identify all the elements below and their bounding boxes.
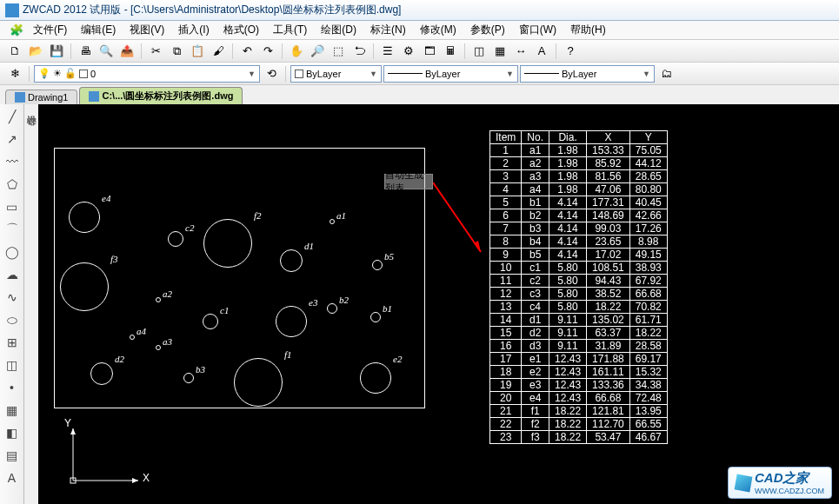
menu-item[interactable]: 修改(M) [413, 21, 463, 39]
circle-entity[interactable] [168, 231, 183, 247]
circle-entity[interactable] [203, 219, 252, 268]
menu-item[interactable]: 工具(T) [266, 21, 314, 39]
document-tab[interactable]: Drawing1 [5, 90, 77, 104]
match-icon[interactable]: 🖌 [209, 42, 228, 61]
menu-item[interactable]: 插入(I) [171, 21, 216, 39]
block-make-icon[interactable]: ◫ [3, 356, 21, 374]
menu-item[interactable]: 参数(P) [463, 21, 512, 39]
help-icon[interactable]: ? [561, 42, 580, 61]
print-icon[interactable]: 🖶 [76, 42, 95, 61]
menu-item[interactable]: 文件(F) [26, 21, 74, 39]
table-row: 21f118.22121.8113.95 [490, 405, 668, 418]
color-swatch-icon [295, 70, 303, 78]
circle-entity[interactable] [372, 260, 383, 270]
revcloud-icon[interactable]: ☁ [3, 266, 21, 283]
circle-entity[interactable] [69, 202, 100, 233]
block-icon[interactable]: ◫ [469, 42, 489, 61]
drawing-canvas[interactable]: e4c2f2a1d1b5f3a2c1e3b2b1a4a3d2b3f1e2 自动生… [38, 104, 839, 504]
app-menu-icon[interactable]: 🧩 [7, 21, 26, 40]
calc-icon[interactable]: 🖩 [441, 42, 460, 61]
linetype-combo[interactable]: ByLayer ▼ [383, 65, 518, 83]
circle-entity[interactable] [327, 303, 337, 314]
line-icon[interactable]: ╱ [3, 108, 21, 125]
paste-icon[interactable]: 📋 [188, 42, 207, 61]
cut-icon[interactable]: ✂ [146, 42, 165, 61]
menu-item[interactable]: 标注(N) [363, 21, 413, 39]
copy-icon[interactable]: ⧉ [167, 42, 186, 61]
side-panel-label: 设计中心 [24, 104, 38, 504]
table-row: 12c35.8038.5266.68 [490, 288, 668, 301]
menu-item[interactable]: 帮助(H) [563, 21, 613, 39]
insert-icon[interactable]: ⊞ [3, 334, 21, 351]
redo-icon[interactable]: ↷ [258, 42, 277, 61]
menu-item[interactable]: 窗口(W) [512, 21, 563, 39]
table-icon[interactable]: ▤ [3, 447, 21, 464]
table-row: 23f318.2253.4746.67 [490, 431, 668, 444]
arc-icon[interactable]: ⌒ [3, 221, 21, 238]
publish-icon[interactable]: 📤 [117, 42, 137, 61]
design-center-icon[interactable]: ⚙ [399, 42, 418, 61]
zoom-rt-icon[interactable]: 🔎 [308, 42, 327, 61]
circle-entity[interactable] [276, 306, 307, 337]
layer-name: 0 [90, 69, 96, 79]
circle-entity[interactable] [183, 373, 194, 383]
document-tab[interactable]: C:\...\圆坐标标注列表例图.dwg [79, 87, 243, 104]
watermark: CAD之家 WWW.CADZJ.COM [728, 467, 832, 499]
ray-icon[interactable]: ↗ [3, 130, 21, 148]
chevron-down-icon: ▼ [506, 70, 514, 78]
region-icon[interactable]: ◧ [3, 424, 21, 441]
polygon-icon[interactable]: ⬠ [3, 176, 21, 193]
circle-entity[interactable] [360, 362, 391, 394]
tool-palette-icon[interactable]: 🗔 [420, 42, 439, 61]
layer-prev-icon[interactable]: ⟲ [262, 64, 281, 83]
circle-entity[interactable] [60, 262, 109, 311]
layer-manager-icon[interactable]: ❄ [5, 64, 24, 83]
mtext-icon[interactable]: A [3, 469, 21, 487]
ellipse-icon[interactable]: ⬭ [3, 311, 21, 328]
new-icon[interactable]: 🗋 [5, 42, 24, 61]
circle-entity[interactable] [156, 297, 161, 302]
table-row: 5b14.14177.3140.45 [490, 196, 668, 209]
circle-entity[interactable] [130, 335, 135, 340]
circle-entity[interactable] [203, 314, 218, 329]
plot-style-icon[interactable]: 🗂 [656, 64, 676, 83]
circle-entity[interactable] [90, 362, 113, 385]
menu-item[interactable]: 绘图(D) [314, 21, 363, 39]
circle-icon[interactable]: ◯ [3, 243, 21, 261]
props-icon[interactable]: ☰ [378, 42, 397, 61]
circle-entity[interactable] [370, 312, 381, 322]
menu-item[interactable]: 编辑(E) [74, 21, 123, 39]
dim-icon[interactable]: ↔ [511, 42, 530, 61]
preview-icon[interactable]: 🔍 [97, 42, 116, 61]
rect-icon[interactable]: ▭ [3, 198, 21, 216]
menu-item[interactable]: 视图(V) [123, 21, 171, 39]
pline-icon[interactable]: 〰 [3, 153, 21, 170]
text-icon[interactable]: A [532, 42, 551, 61]
pan-icon[interactable]: ✋ [287, 42, 306, 61]
circle-entity[interactable] [156, 345, 161, 350]
toolbar-standard: 🗋 📂 💾 🖶 🔍 📤 ✂ ⧉ 📋 🖌 ↶ ↷ ✋ 🔎 ⬚ ⮌ ☰ ⚙ 🗔 🖩 … [0, 40, 839, 63]
undo-icon[interactable]: ↶ [237, 42, 256, 61]
lineweight-combo[interactable]: ByLayer ▼ [520, 65, 655, 83]
open-icon[interactable]: 📂 [26, 42, 45, 61]
draw-toolbar: ╱ ↗ 〰 ⬠ ▭ ⌒ ◯ ☁ ∿ ⬭ ⊞ ◫ • ▦ ◧ ▤ A [0, 104, 24, 504]
point-icon[interactable]: • [3, 379, 21, 396]
circle-label: b5 [384, 251, 394, 262]
toolbar-layers: ❄ 💡 ☀ 🔓 0 ▼ ⟲ ByLayer ▼ ByLayer ▼ ByLaye… [0, 63, 839, 85]
circle-label: c2 [185, 222, 194, 233]
zoom-win-icon[interactable]: ⬚ [329, 42, 348, 61]
circle-entity[interactable] [330, 219, 335, 224]
color-combo[interactable]: ByLayer ▼ [290, 65, 382, 83]
circle-entity[interactable] [280, 249, 303, 272]
zoom-prev-icon[interactable]: ⮌ [350, 42, 369, 61]
table-row: 1a11.98153.3375.05 [490, 144, 668, 157]
layer-combo[interactable]: 💡 ☀ 🔓 0 ▼ [34, 65, 260, 83]
menu-item[interactable]: 格式(O) [216, 21, 266, 39]
hatch-tool-icon[interactable]: ▦ [3, 401, 21, 419]
spline-icon[interactable]: ∿ [3, 288, 21, 306]
hatch-icon[interactable]: ▦ [490, 42, 509, 61]
table-header: Item [490, 131, 522, 144]
table-row: 4a41.9847.0680.80 [490, 183, 668, 196]
save-icon[interactable]: 💾 [47, 42, 66, 61]
circle-entity[interactable] [234, 358, 283, 407]
